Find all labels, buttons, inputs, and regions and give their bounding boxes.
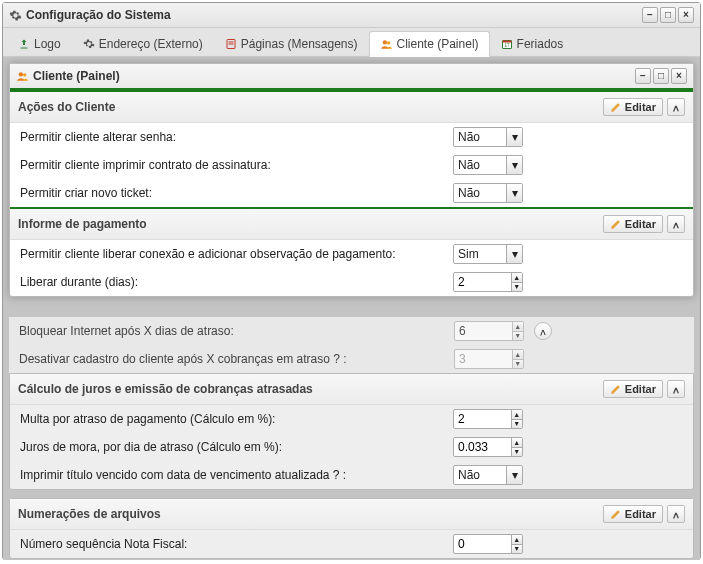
panel-minimize-button[interactable]: − — [635, 68, 651, 84]
collapse-button[interactable]: ʌ — [667, 380, 685, 398]
table-row: Imprimir título vencido com data de venc… — [10, 461, 693, 489]
gear-icon — [9, 9, 22, 22]
panel-header: Cliente (Painel) − □ × — [10, 64, 693, 90]
spin-up-icon[interactable]: ▲ — [512, 410, 523, 419]
field-label: Bloquear Internet após X dias de atraso: — [19, 324, 454, 338]
collapse-button[interactable]: ʌ — [667, 215, 685, 233]
number-input[interactable]: ▲▼ — [453, 409, 523, 429]
window-titlebar: Configuração do Sistema − □ × — [3, 3, 700, 28]
number-liberar-dias[interactable]: ▲▼ — [453, 272, 523, 292]
spin-down-icon[interactable]: ▼ — [512, 544, 523, 554]
chevron-down-icon: ▾ — [506, 128, 522, 146]
select-liberar-conexao[interactable]: Sim▾ — [453, 244, 523, 264]
section-title: Informe de pagamento — [18, 217, 147, 231]
field-label: Desativar cadastro do cliente após X cob… — [19, 352, 454, 366]
svg-rect-6 — [502, 40, 511, 42]
section-acoes-cliente: Ações do Cliente Editar ʌ Permitir clien… — [10, 90, 693, 207]
scroll-up-button[interactable]: ʌ — [534, 322, 552, 340]
bg-row-desativar: Desativar cadastro do cliente após X cob… — [9, 345, 694, 373]
spin-up-icon[interactable]: ▲ — [513, 322, 524, 331]
table-row: Permitir cliente liberar conexão e adici… — [10, 240, 693, 268]
select-novo-ticket[interactable]: Não▾ — [453, 183, 523, 203]
spin-down-icon[interactable]: ▼ — [513, 331, 524, 341]
panel-maximize-button[interactable]: □ — [653, 68, 669, 84]
svg-text:17: 17 — [504, 43, 510, 48]
spin-down-icon[interactable]: ▼ — [512, 282, 523, 292]
tab-label: Feriados — [517, 37, 564, 51]
window-title: Configuração do Sistema — [26, 8, 171, 22]
select-imprimir-contrato[interactable]: Não▾ — [453, 155, 523, 175]
panel-close-button[interactable]: × — [671, 68, 687, 84]
window-minimize-button[interactable]: − — [642, 7, 658, 23]
chevron-down-icon: ▾ — [506, 245, 522, 263]
cliente-painel-panel: Cliente (Painel) − □ × Ações do Cliente … — [9, 63, 694, 297]
spin-down-icon[interactable]: ▼ — [512, 447, 523, 457]
section-header: Cálculo de juros e emissão de cobranças … — [10, 374, 693, 405]
table-row: Número sequência Nota Fiscal: ▲▼ — [10, 530, 693, 558]
field-label: Liberar durante (dias): — [20, 275, 453, 289]
pencil-icon — [610, 509, 621, 520]
table-row: Juros de mora, por dia de atraso (Cálcul… — [10, 433, 693, 461]
edit-button[interactable]: Editar — [603, 380, 663, 398]
edit-button[interactable]: Editar — [603, 505, 663, 523]
main-window: Configuração do Sistema − □ × Logo Ender… — [2, 2, 701, 560]
select-input[interactable]: Não▾ — [453, 465, 523, 485]
window-close-button[interactable]: × — [678, 7, 694, 23]
tabstrip: Logo Endereço (Externo) Páginas (Mensage… — [3, 28, 700, 57]
collapse-button[interactable]: ʌ — [667, 505, 685, 523]
tab-label: Endereço (Externo) — [99, 37, 203, 51]
select-alterar-senha[interactable]: Não▾ — [453, 127, 523, 147]
pencil-icon — [610, 219, 621, 230]
bg-section-calculo: Cálculo de juros e emissão de cobranças … — [9, 373, 694, 490]
chevron-down-icon: ▾ — [506, 156, 522, 174]
field-label: Número sequência Nota Fiscal: — [20, 537, 453, 551]
page-icon — [225, 38, 237, 50]
field-label: Permitir cliente alterar senha: — [20, 130, 453, 144]
number-input[interactable]: ▲▼ — [453, 534, 523, 554]
spin-up-icon[interactable]: ▲ — [512, 438, 523, 447]
users-icon — [16, 70, 29, 83]
number-input[interactable]: ▲▼ — [454, 321, 524, 341]
spin-up-icon[interactable]: ▲ — [512, 535, 523, 544]
calendar-icon: 17 — [501, 38, 513, 50]
window-maximize-button[interactable]: □ — [660, 7, 676, 23]
table-row: Permitir criar novo ticket: Não▾ — [10, 179, 693, 207]
users-icon — [380, 38, 393, 51]
tab-label: Cliente (Painel) — [397, 37, 479, 51]
pencil-icon — [610, 102, 621, 113]
edit-button[interactable]: Editar — [603, 98, 663, 116]
tab-endereco[interactable]: Endereço (Externo) — [72, 30, 214, 56]
svg-point-3 — [382, 40, 386, 44]
number-input: ▲▼ — [454, 349, 524, 369]
number-input[interactable]: ▲▼ — [453, 437, 523, 457]
table-row: Liberar durante (dias): ▲▼ — [10, 268, 693, 296]
field-label: Permitir cliente imprimir contrato de as… — [20, 158, 453, 172]
svg-point-4 — [387, 41, 390, 44]
bg-row-bloquear: Bloquear Internet após X dias de atraso:… — [9, 317, 694, 345]
table-row: Permitir cliente alterar senha: Não▾ — [10, 123, 693, 151]
field-label: Juros de mora, por dia de atraso (Cálcul… — [20, 440, 453, 454]
tab-feriados[interactable]: 17 Feriados — [490, 30, 575, 56]
chevron-down-icon: ▾ — [506, 184, 522, 202]
spin-up-icon[interactable]: ▲ — [512, 273, 523, 282]
tab-logo[interactable]: Logo — [7, 30, 72, 56]
edit-button[interactable]: Editar — [603, 215, 663, 233]
section-informe-pagamento: Informe de pagamento Editar ʌ Permitir c… — [10, 207, 693, 296]
tab-cliente[interactable]: Cliente (Painel) — [369, 31, 490, 57]
tab-paginas[interactable]: Páginas (Mensagens) — [214, 30, 369, 56]
content-area: Bloquear Internet após X dias de atraso:… — [3, 57, 700, 560]
section-title: Ações do Cliente — [18, 100, 115, 114]
section-title: Cálculo de juros e emissão de cobranças … — [18, 382, 313, 396]
section-header: Numerações de arquivos Editar ʌ — [10, 499, 693, 530]
field-label: Imprimir título vencido com data de venc… — [20, 468, 453, 482]
gear-icon — [83, 38, 95, 50]
svg-point-8 — [19, 72, 23, 76]
field-label: Multa por atraso de pagamento (Cálculo e… — [20, 412, 453, 426]
section-header: Informe de pagamento Editar ʌ — [10, 209, 693, 240]
spin-up-icon: ▲ — [513, 350, 524, 359]
section-header: Ações do Cliente Editar ʌ — [10, 92, 693, 123]
tab-label: Páginas (Mensagens) — [241, 37, 358, 51]
collapse-button[interactable]: ʌ — [667, 98, 685, 116]
svg-point-9 — [23, 73, 26, 76]
spin-down-icon[interactable]: ▼ — [512, 419, 523, 429]
